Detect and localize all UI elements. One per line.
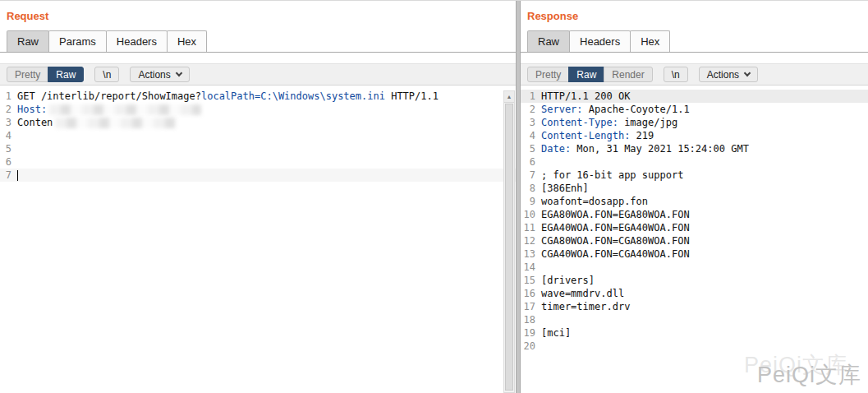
response-viewer[interactable]: 1HTTP/1.1 200 OK2Server: Apache-Coyote/1… <box>521 86 868 353</box>
line-text: Server: Apache-Coyote/1.1 <box>541 103 690 116</box>
response-tab-headers[interactable]: Headers <box>569 30 631 52</box>
request-code-line: 6 <box>0 155 516 169</box>
line-number: 17 <box>521 300 541 313</box>
response-code-line: 4Content-Length: 219 <box>521 129 868 142</box>
request-panel-title: Request <box>0 1 516 29</box>
line-text: timer=timer.drv <box>541 300 630 313</box>
code-segment: Content-Length: <box>541 130 630 141</box>
line-number: 14 <box>521 261 541 274</box>
request-editor[interactable]: 1GET /interlib/report/ShowImage?localPat… <box>0 86 516 182</box>
code-segment: ; for 16-bit app support <box>541 169 683 181</box>
code-segment: image/jpg <box>618 117 677 128</box>
code-segment: [mci] <box>541 327 571 339</box>
code-segment: CGA80WOA.FON=CGA80WOA.FON <box>541 235 690 247</box>
chevron-down-icon <box>744 70 751 76</box>
line-text: Host: <box>17 103 201 116</box>
line-number: 5 <box>521 142 541 155</box>
response-newline-button[interactable]: \n <box>664 67 688 82</box>
request-tab-headers[interactable]: Headers <box>106 30 168 52</box>
request-scrollbar[interactable]: ▲ <box>503 90 515 393</box>
response-tabbar: RawHeadersHex <box>521 29 868 53</box>
request-tabbar: RawParamsHeadersHex <box>0 29 516 53</box>
request-tab-hex[interactable]: Hex <box>167 30 207 52</box>
response-code-line: 20 <box>521 340 868 353</box>
line-number: 5 <box>0 142 17 155</box>
code-segment: GET /interlib/report/ShowImage? <box>17 90 201 102</box>
line-number: 12 <box>521 234 541 247</box>
code-segment: EGA40WOA.FON=EGA40WOA.FON <box>541 222 690 233</box>
message-editor-split: Request RawParamsHeadersHex PrettyRaw\nA… <box>0 1 868 393</box>
line-text: [mci] <box>541 326 571 340</box>
line-text: [386Enh] <box>541 182 589 195</box>
response-code-line: 11EGA40WOA.FON=EGA40WOA.FON <box>521 221 868 234</box>
code-segment: [386Enh] <box>541 183 589 194</box>
redacted-blur <box>55 118 177 128</box>
chevron-down-icon <box>175 70 181 76</box>
line-number: 9 <box>521 195 541 208</box>
line-number: 10 <box>521 208 541 221</box>
code-segment: woafont=dosapp.fon <box>541 196 648 207</box>
response-toolbar-button-render[interactable]: Render <box>604 67 652 82</box>
redacted-blur <box>49 104 201 115</box>
response-toolbar-button-raw[interactable]: Raw <box>568 67 604 82</box>
response-tab-hex[interactable]: Hex <box>630 30 670 52</box>
request-actions-dropdown-button[interactable]: Actions <box>130 67 189 82</box>
request-code-line: 4 <box>0 129 516 142</box>
code-segment: Apache-Coyote/1.1 <box>583 104 690 115</box>
request-code-line: 1GET /interlib/report/ShowImage?localPat… <box>0 90 516 103</box>
line-text <box>17 169 18 182</box>
line-text: CGA40WOA.FON=CGA40WOA.FON <box>541 247 690 261</box>
request-code-line: 5 <box>0 142 516 155</box>
line-number: 18 <box>521 313 541 326</box>
response-actions-dropdown-button[interactable]: Actions <box>699 67 758 82</box>
code-segment: Mon, 31 May 2021 15:24:00 GMT <box>571 143 749 155</box>
code-segment: Server: <box>541 104 583 115</box>
line-number: 11 <box>521 221 541 234</box>
code-segment: EGA80WOA.FON=EGA80WOA.FON <box>541 209 690 220</box>
request-tab-params[interactable]: Params <box>48 30 107 52</box>
scrollbar-up-button[interactable]: ▲ <box>504 91 514 103</box>
request-code-line: 7 <box>0 169 516 182</box>
request-tab-raw[interactable]: Raw <box>7 30 49 52</box>
line-number: 15 <box>521 274 541 287</box>
response-code-line: 17timer=timer.drv <box>521 300 868 313</box>
request-panel: Request RawParamsHeadersHex PrettyRaw\nA… <box>0 1 516 393</box>
line-number: 6 <box>521 155 541 169</box>
code-segment: localPath=C:\Windows\system.ini <box>201 90 385 102</box>
request-toolbar-button-raw[interactable]: Raw <box>48 67 84 82</box>
code-segment: HTTP/1.1 <box>385 90 439 102</box>
response-code-line: 1HTTP/1.1 200 OK <box>521 90 868 103</box>
line-number: 1 <box>521 90 541 103</box>
response-code-line: 8[386Enh] <box>521 182 868 195</box>
line-text: EGA40WOA.FON=EGA40WOA.FON <box>541 221 690 234</box>
text-caret <box>17 170 18 181</box>
scroll-up-icon: ▲ <box>507 94 512 99</box>
response-code-line: 3Content-Type: image/jpg <box>521 116 868 129</box>
line-text: ; for 16-bit app support <box>541 169 683 182</box>
response-code-line: 18 <box>521 313 868 326</box>
line-number: 8 <box>521 182 541 195</box>
code-segment: [drivers] <box>541 275 595 286</box>
scrollbar-thumb[interactable] <box>505 104 513 391</box>
request-code-line: 3Conten <box>0 116 516 129</box>
response-tab-raw[interactable]: Raw <box>527 30 570 52</box>
request-newline-button[interactable]: \n <box>94 67 119 82</box>
line-number: 2 <box>521 103 541 116</box>
line-number: 20 <box>521 340 541 353</box>
line-number: 7 <box>521 169 541 182</box>
line-number: 3 <box>0 116 17 129</box>
actions-label: Actions <box>138 69 170 81</box>
code-segment: Content-Type: <box>541 117 618 128</box>
response-code-line: 15[drivers] <box>521 274 868 287</box>
response-code-line: 2Server: Apache-Coyote/1.1 <box>521 103 868 116</box>
line-number: 6 <box>0 155 17 169</box>
response-code-line: 5Date: Mon, 31 May 2021 15:24:00 GMT <box>521 142 868 155</box>
line-number: 16 <box>521 287 541 300</box>
request-toolbar-button-pretty[interactable]: Pretty <box>7 67 48 82</box>
line-text: EGA80WOA.FON=EGA80WOA.FON <box>541 208 690 221</box>
line-text: CGA80WOA.FON=CGA80WOA.FON <box>541 234 690 247</box>
line-number: 4 <box>521 129 541 142</box>
response-toolbar-button-pretty[interactable]: Pretty <box>527 67 569 82</box>
request-toolbar: PrettyRaw\nActions <box>0 63 516 86</box>
response-code-line: 9woafont=dosapp.fon <box>521 195 868 208</box>
